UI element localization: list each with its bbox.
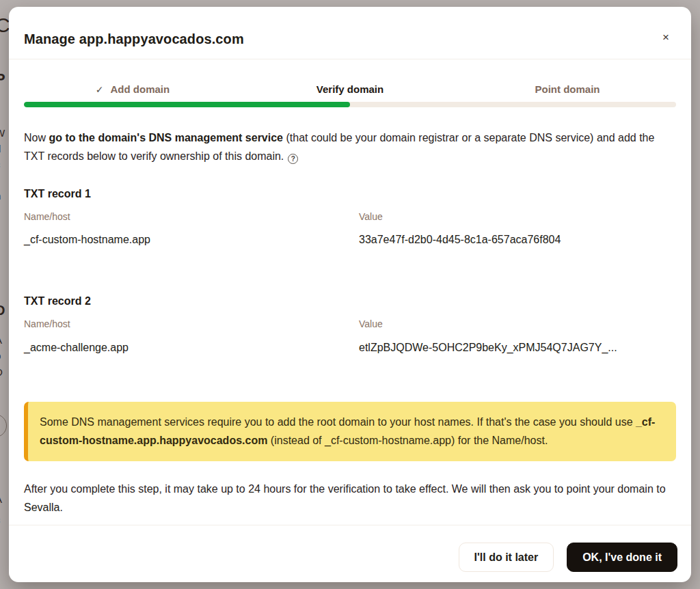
txt-record-1-value: 33a7e47f-d2b0-4d45-8c1a-657aca76f804 bbox=[359, 234, 561, 246]
close-icon[interactable]: × bbox=[656, 27, 676, 48]
txt-record-2-name: _acme-challenge.app bbox=[24, 342, 129, 354]
progress-bar-fill bbox=[24, 102, 350, 107]
footer-divider bbox=[9, 525, 691, 525]
step-point-domain: Point domain bbox=[459, 83, 676, 95]
step-label: Point domain bbox=[535, 83, 600, 95]
txt-record-2-heading: TXT record 2 bbox=[24, 295, 91, 307]
warning-post: (instead of _cf-custom-hostname.app) for… bbox=[267, 435, 548, 446]
header-divider bbox=[9, 59, 691, 59]
txt-record-2-value: etlZpBJQDWe-5OHC2P9beKy_xPMJ54Q7JAG7Y_..… bbox=[359, 342, 617, 354]
check-icon: ✓ bbox=[96, 84, 104, 95]
step-label: Add domain bbox=[111, 83, 170, 95]
instructions-pre: Now bbox=[24, 132, 49, 143]
instructions-text: Now go to the domain's DNS management se… bbox=[24, 128, 675, 165]
step-add-domain: ✓ Add domain bbox=[24, 83, 241, 95]
txt-record-1-name: _cf-custom-hostname.app bbox=[24, 234, 150, 246]
manage-domain-modal: Manage app.happyavocados.com × ✓ Add dom… bbox=[9, 7, 691, 582]
value-label: Value bbox=[359, 318, 383, 329]
completion-note-post: . bbox=[59, 502, 62, 513]
step-verify-domain: Verify domain bbox=[241, 83, 459, 95]
ok-done-button[interactable]: OK, I've done it bbox=[567, 543, 677, 572]
warning-callout: Some DNS management services require you… bbox=[24, 402, 676, 461]
modal-title: Manage app.happyavocados.com bbox=[24, 31, 244, 47]
help-icon[interactable]: ? bbox=[288, 154, 298, 164]
name-host-label: Name/host bbox=[24, 318, 70, 329]
warning-pre: Some DNS management services require you… bbox=[40, 416, 636, 428]
step-label: Verify domain bbox=[317, 83, 383, 95]
progress-bar bbox=[24, 102, 676, 107]
modal-footer: I'll do it later OK, I've done it bbox=[459, 543, 677, 572]
value-label: Value bbox=[359, 211, 383, 222]
instructions-bold: go to the domain's DNS management servic… bbox=[49, 132, 283, 143]
completion-note-pre: After you complete this step, it may tak… bbox=[24, 483, 666, 495]
sevalla-link[interactable]: Sevalla bbox=[24, 502, 59, 513]
txt-record-1-heading: TXT record 1 bbox=[24, 188, 91, 200]
completion-note: After you complete this step, it may tak… bbox=[24, 480, 675, 517]
step-indicator: ✓ Add domain Verify domain Point domain bbox=[24, 83, 676, 95]
name-host-label: Name/host bbox=[24, 211, 70, 222]
do-it-later-button[interactable]: I'll do it later bbox=[459, 543, 554, 572]
